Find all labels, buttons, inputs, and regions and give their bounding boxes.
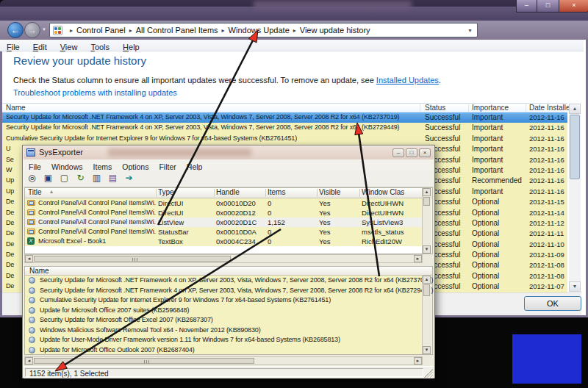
address-bar: ← → ▼ ▸Control Panel▸All Control Panel I… <box>0 21 588 40</box>
troubleshoot-link[interactable]: Troubleshoot problems with installing up… <box>13 88 177 97</box>
window-row[interactable]: Control Panel\All Control Panel Items\Wi… <box>25 218 422 227</box>
forward-button[interactable]: → <box>24 22 40 38</box>
vertical-scrollbar[interactable]: ▲ ▼ <box>569 104 581 292</box>
explorer-menubar: FileEditViewToolsHelp <box>0 40 584 51</box>
window-handle: 0x00020D12 <box>216 209 256 217</box>
update-history-row[interactable]: Cumulative Security Update for Internet … <box>2 134 567 144</box>
target-window-icon[interactable]: ◎ <box>26 172 38 184</box>
maximize-button[interactable]: □ <box>537 0 559 12</box>
refresh-icon[interactable]: ↻ <box>74 172 87 184</box>
items-list: Security Update for Microsoft .NET Frame… <box>24 276 433 355</box>
sysexporter-titlebar[interactable]: SysExporter – □ × <box>24 146 434 159</box>
window-row[interactable]: Control Panel\All Control Panel Items\Wi… <box>25 227 422 237</box>
exported-item-row[interactable]: Security Update for Microsoft Office Exc… <box>25 315 422 326</box>
column-type[interactable]: Type <box>158 188 174 196</box>
column-date-installed[interactable]: Date Installed <box>529 104 574 112</box>
close-button[interactable]: × <box>419 148 431 157</box>
update-importance: Optional <box>472 229 499 237</box>
window-row[interactable]: Control Panel\All Control Panel Items\Wi… <box>25 208 422 218</box>
exit-icon[interactable]: ➔ <box>123 172 135 184</box>
update-history-row[interactable]: Security Update for Microsoft .NET Frame… <box>2 112 567 123</box>
items-vertical-scrollbar[interactable]: ▲ ▼ <box>422 276 431 354</box>
update-importance: Optional <box>472 219 499 227</box>
menu-item-help[interactable]: Help <box>116 42 146 52</box>
scrollbar-thumb[interactable] <box>34 256 231 262</box>
column-status[interactable]: Status <box>425 104 445 112</box>
items-list-header[interactable]: Name <box>24 266 433 276</box>
window-type: ListView <box>158 218 184 226</box>
installed-updates-link[interactable]: Installed Updates <box>376 76 439 85</box>
column-visible[interactable]: Visible <box>319 188 340 196</box>
breadcrumb-field[interactable]: ▸Control Panel▸All Control Panel Items▸W… <box>49 23 478 37</box>
menu-item-view[interactable]: View <box>54 42 85 52</box>
exported-item-row[interactable]: Update for User-Mode Driver Framework ve… <box>25 335 422 345</box>
breadcrumb-separator-icon: ▸ <box>293 27 296 34</box>
save-icon[interactable]: ▣ <box>42 172 54 184</box>
breadcrumb-item[interactable]: All Control Panel Items <box>136 26 218 35</box>
window-visible: Yes <box>319 199 331 207</box>
menu-item-file[interactable]: File <box>0 42 26 52</box>
scroll-left-icon[interactable]: ◄ <box>25 255 33 262</box>
scroll-right-icon[interactable]: ► <box>414 357 422 364</box>
update-date: 2012-11-09 <box>529 251 564 259</box>
scrollbar-thumb[interactable] <box>34 358 254 364</box>
windows-list-header[interactable]: Title ▴ Type Handle Items Visible Window… <box>25 188 432 198</box>
windows-horizontal-scrollbar[interactable]: ◄ ► <box>24 254 423 263</box>
window-row[interactable]: XMicrosoft Excel - Book1TextBox0x0004C23… <box>25 237 422 246</box>
back-button[interactable]: ← <box>7 22 24 38</box>
ok-button[interactable]: OK <box>524 296 581 311</box>
window-visible: Yes <box>319 237 331 245</box>
window-class: DirectUIHWN <box>362 209 420 217</box>
exported-item-row[interactable]: Update for Microsoft Office 2007 suites … <box>25 306 422 316</box>
scroll-up-icon[interactable]: ▲ <box>569 104 581 114</box>
close-button[interactable]: × <box>559 0 588 12</box>
breadcrumb-item[interactable]: Windows Update <box>229 26 290 35</box>
window-title: Control Panel\All Control Panel Items\Wi… <box>38 228 156 235</box>
menu-item-edit[interactable]: Edit <box>26 42 54 52</box>
menu-item-tools[interactable]: Tools <box>84 42 116 52</box>
exported-item-row[interactable]: Cumulative Security Update for Internet … <box>25 295 422 306</box>
minimize-button[interactable]: – <box>516 0 537 12</box>
update-importance: Optional <box>472 209 499 217</box>
update-history-row[interactable]: Security Update for Microsoft .NET Frame… <box>2 123 567 133</box>
window-row[interactable]: Control Panel\All Control Panel Items\Wi… <box>25 198 422 208</box>
column-name[interactable]: Name <box>6 104 26 112</box>
window-items-count: 0 <box>268 209 271 217</box>
scrollbar-thumb[interactable] <box>423 284 430 296</box>
minimize-button[interactable]: – <box>392 148 404 157</box>
breadcrumb-item[interactable]: View update history <box>300 26 370 35</box>
exported-item-row[interactable]: Update for Microsoft Office Outlook 2007… <box>25 345 422 356</box>
windows-vertical-scrollbar[interactable]: ▲ ▼ <box>422 188 431 254</box>
recent-pages-dropdown-icon[interactable]: ▼ <box>42 27 46 32</box>
list-header[interactable]: Name Status Importance Date Installed <box>2 103 567 112</box>
copy-icon[interactable]: ▥ <box>90 172 103 184</box>
windows-rows: Control Panel\All Control Panel Items\Wi… <box>25 198 432 246</box>
exported-item-row[interactable]: Windows Malicious Software Removal Tool … <box>25 326 422 336</box>
column-window-class[interactable]: Window Clas <box>362 188 404 196</box>
column-title[interactable]: Title <box>28 188 42 196</box>
resize-grip[interactable] <box>424 369 433 378</box>
properties-icon[interactable]: ▤ <box>107 172 119 184</box>
maximize-button[interactable]: □ <box>406 148 417 157</box>
update-name: Security Update for Microsoft .NET Frame… <box>6 113 417 121</box>
breadcrumb-item[interactable]: Control Panel <box>76 26 126 35</box>
items-horizontal-scrollbar[interactable]: ◄ ► <box>24 356 423 365</box>
column-items[interactable]: Items <box>268 188 285 196</box>
scroll-left-icon[interactable]: ◄ <box>25 357 33 364</box>
scrollbar-thumb[interactable] <box>423 197 430 206</box>
update-status: Successful <box>425 134 460 143</box>
exported-item-row[interactable]: Security Update for Microsoft .NET Frame… <box>25 286 422 296</box>
exported-item-row[interactable]: Security Update for Microsoft .NET Frame… <box>25 276 422 286</box>
scroll-up-icon[interactable]: ▲ <box>423 276 431 284</box>
report-icon[interactable]: ▢ <box>58 172 71 184</box>
scrollbar-thumb[interactable] <box>570 115 580 179</box>
scroll-down-icon[interactable]: ▼ <box>423 346 431 354</box>
scroll-right-icon[interactable]: ► <box>414 255 422 262</box>
column-handle[interactable]: Handle <box>216 188 240 196</box>
column-name[interactable]: Name <box>29 267 49 275</box>
scroll-up-icon[interactable]: ▲ <box>423 188 431 196</box>
address-dropdown-icon[interactable]: ▼ <box>467 28 473 33</box>
column-importance[interactable]: Importance <box>472 104 509 112</box>
scroll-down-icon[interactable]: ▼ <box>423 245 431 254</box>
scroll-down-icon[interactable]: ▼ <box>569 281 581 292</box>
